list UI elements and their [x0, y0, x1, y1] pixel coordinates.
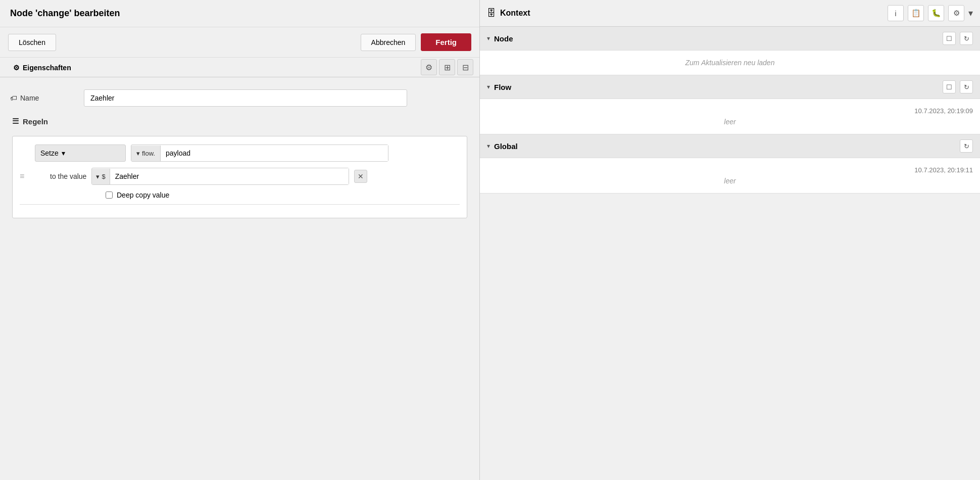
form-area: 🏷 Name ☰ Regeln Setze ▾ — [0, 77, 479, 230]
flow-label-text: flow. — [142, 150, 155, 157]
global-timestamp: 10.7.2023, 20:19:11 — [487, 166, 973, 177]
rules-container: Setze ▾ ▾ flow. ≡ to the value — [12, 136, 467, 218]
to-value-label: to the value — [35, 172, 86, 180]
tag-icon: 🏷 — [10, 94, 17, 102]
action-chevron-icon: ▾ — [62, 149, 65, 157]
flow-timestamp: 10.7.2023, 20:19:09 — [487, 107, 973, 118]
flow-section-header: ▾ Flow ☐ ↻ — [480, 75, 980, 99]
node-section-title: Node — [494, 34, 939, 43]
deep-copy-row: Deep copy value — [20, 191, 460, 199]
rule-row-2: ≡ to the value ▾ $ ✕ — [20, 168, 460, 185]
flow-section-title: Flow — [494, 83, 939, 91]
name-row: 🏷 Name — [10, 89, 469, 107]
rule-row-1: Setze ▾ ▾ flow. — [20, 145, 460, 162]
kontext-title: Kontext — [500, 9, 884, 18]
global-placeholder: leer — [487, 177, 973, 185]
right-header: 🗄 Kontext i 📋 🐛 ⚙ ▾ — [480, 0, 980, 27]
flow-type-selector[interactable]: ▾ flow. — [131, 146, 161, 161]
flow-refresh-btn[interactable]: ↻ — [960, 80, 973, 93]
global-chevron-icon: ▾ — [487, 142, 490, 150]
settings-icon-btn[interactable]: ⚙ — [421, 59, 437, 75]
tab-properties[interactable]: ⚙ Eigenschaften — [6, 58, 78, 77]
copy-icon-btn[interactable]: ⊞ — [439, 59, 455, 75]
value-type-selector[interactable]: ▾ $ — [92, 169, 110, 184]
global-refresh-btn[interactable]: ↻ — [960, 139, 973, 153]
flow-chevron-icon: ▾ — [487, 83, 490, 90]
global-section-header: ▾ Global ↻ — [480, 134, 980, 158]
panel-chevron-btn[interactable]: ▾ — [968, 8, 973, 19]
global-section-title: Global — [494, 142, 956, 151]
gear-tab-icon: ⚙ — [13, 64, 20, 72]
deep-copy-label: Deep copy value — [117, 191, 169, 199]
node-chevron-icon: ▾ — [487, 35, 490, 42]
rule-divider — [20, 204, 460, 205]
book-btn[interactable]: 📋 — [908, 5, 924, 21]
flow-chevron-icon: ▾ — [136, 150, 140, 157]
gear-btn[interactable]: ⚙ — [948, 5, 964, 21]
node-refresh-btn[interactable]: ↻ — [960, 32, 973, 45]
tab-icon-group: ⚙ ⊞ ⊟ — [421, 59, 473, 75]
delete-rule-button[interactable]: ✕ — [354, 170, 367, 183]
name-input[interactable] — [84, 89, 407, 107]
delete-button[interactable]: Löschen — [8, 34, 56, 51]
value-input[interactable] — [110, 168, 349, 184]
right-panel: 🗄 Kontext i 📋 🐛 ⚙ ▾ ▾ Node ☐ ↻ Zum Aktua… — [480, 0, 980, 480]
flow-checkbox-btn[interactable]: ☐ — [943, 80, 956, 93]
flow-section: ▾ Flow ☐ ↻ 10.7.2023, 20:19:09 leer — [480, 75, 980, 134]
flow-value-input[interactable] — [161, 145, 388, 161]
action-select-input[interactable]: Setze — [40, 149, 59, 157]
action-bar: Löschen Abbrechen Fertig — [0, 27, 479, 58]
flow-field: ▾ flow. — [131, 145, 388, 162]
node-checkbox-btn[interactable]: ☐ — [943, 32, 956, 45]
rules-section: ☰ Regeln — [10, 117, 469, 126]
node-section: ▾ Node ☐ ↻ Zum Aktualisieren neu laden — [480, 27, 980, 75]
flow-placeholder: leer — [487, 118, 973, 126]
cancel-button[interactable]: Abbrechen — [361, 34, 416, 51]
value-field: ▾ $ — [91, 168, 349, 185]
action-select[interactable]: Setze ▾ — [35, 145, 126, 162]
tabs-bar: ⚙ Eigenschaften ⚙ ⊞ ⊟ — [0, 58, 479, 77]
rules-label: ☰ Regeln — [10, 117, 469, 126]
node-section-header: ▾ Node ☐ ↻ — [480, 27, 980, 51]
list-icon: ☰ — [12, 117, 19, 126]
panel-title: Node 'change' bearbeiten — [0, 0, 479, 27]
info-btn[interactable]: i — [888, 5, 904, 21]
done-button[interactable]: Fertig — [421, 33, 471, 51]
dollar-sign: $ — [102, 173, 105, 180]
global-section-body: 10.7.2023, 20:19:11 leer — [480, 158, 980, 193]
table-icon-btn[interactable]: ⊟ — [457, 59, 473, 75]
database-icon: 🗄 — [487, 8, 496, 19]
name-label: 🏷 Name — [10, 94, 76, 102]
left-panel: Node 'change' bearbeiten Löschen Abbrech… — [0, 0, 480, 480]
node-placeholder: Zum Aktualisieren neu laden — [487, 59, 973, 67]
bug-btn[interactable]: 🐛 — [928, 5, 944, 21]
global-section: ▾ Global ↻ 10.7.2023, 20:19:11 leer — [480, 134, 980, 194]
node-section-body: Zum Aktualisieren neu laden — [480, 51, 980, 75]
flow-section-body: 10.7.2023, 20:19:09 leer — [480, 99, 980, 134]
deep-copy-checkbox[interactable] — [106, 191, 113, 199]
drag-handle[interactable]: ≡ — [20, 172, 30, 181]
value-chevron-icon: ▾ — [96, 173, 100, 180]
